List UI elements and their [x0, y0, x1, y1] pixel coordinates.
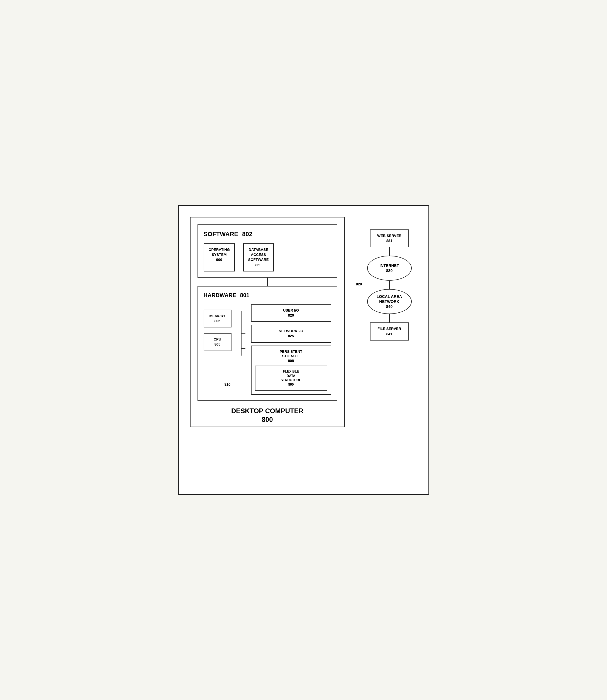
cpu-label: CPU [214, 337, 221, 341]
os-ref: 900 [216, 258, 222, 262]
db-ref: 860 [255, 263, 261, 267]
user-io-label: USER I/O [283, 308, 299, 312]
software-ref: 802 [242, 231, 252, 238]
internet-ref: 880 [386, 268, 393, 273]
hardware-ref: 801 [240, 292, 249, 298]
internet-lan-line [389, 281, 390, 289]
cpu-ref: 805 [214, 342, 221, 346]
software-label: SOFTWARE [204, 231, 238, 238]
persistent-storage-box: PERSISTENTSTORAGE 808 FLEXIBLEDATASTRUCT… [251, 346, 331, 395]
lan-fs-connector [389, 314, 390, 323]
network-io-ref: 825 [288, 334, 294, 338]
file-server-label: FILE SERVER [377, 327, 401, 331]
network-io-label: NETWORK I/O [278, 329, 303, 333]
lan-label: LOCAL AREANETWORK [377, 294, 402, 304]
web-server-box: WEB SERVER 881 [370, 229, 409, 247]
db-label: DATABASEACCESSSOFTWARE [248, 247, 269, 262]
desktop-ref: 800 [261, 416, 273, 423]
persistent-storage-ref: 808 [288, 359, 294, 363]
persistent-storage-title: PERSISTENTSTORAGE 808 [255, 349, 327, 364]
hardware-title: HARDWARE 801 [204, 292, 331, 299]
lan-box: LOCAL AREANETWORK 840 [367, 289, 412, 314]
right-io-section: USER I/O 820 NETWORK I/O 825 PERSISTENTS… [251, 304, 331, 395]
hardware-label: HARDWARE [204, 292, 236, 298]
sw-hw-connector [197, 278, 337, 286]
desktop-label-text: DESKTOP COMPUTER [231, 407, 304, 415]
os-label: OPERATINGSYSTEM [209, 247, 230, 257]
software-title: SOFTWARE 802 [204, 231, 331, 238]
left-section: SOFTWARE 802 OPERATINGSYSTEM 900 DATABAS… [190, 217, 345, 427]
user-io-ref: 820 [288, 313, 294, 318]
bus-svg [237, 310, 246, 357]
label-829: 829 [356, 282, 362, 286]
hardware-inner: MEMORY 806 CPU 805 [204, 304, 331, 395]
bus-connectors [237, 304, 246, 363]
memory-box: MEMORY 806 [204, 310, 231, 327]
database-access-box: DATABASEACCESSSOFTWARE 860 [243, 243, 274, 271]
flexible-data-box: FLEXIBLEDATASTRUCTURE 890 [255, 366, 327, 391]
bus-label-810: 810 [225, 382, 231, 387]
network-io-box: NETWORK I/O 825 [251, 325, 331, 343]
internet-box: INTERNET 880 [367, 256, 412, 281]
right-section: WEB SERVER 881 INTERNET 880 829 LOCAL AR… [361, 217, 417, 341]
flexible-data-ref: 890 [288, 382, 294, 387]
internet-lan-connector: 829 [361, 281, 417, 289]
desktop-computer-label: DESKTOP COMPUTER 800 [197, 407, 337, 424]
memory-ref: 806 [214, 319, 221, 323]
web-server-ref: 881 [386, 239, 393, 243]
lan-ref: 840 [386, 304, 393, 309]
internet-label: INTERNET [380, 263, 399, 268]
cpu-box: CPU 805 [204, 333, 231, 351]
flexible-data-label: FLEXIBLEDATASTRUCTURE [281, 370, 301, 382]
hardware-box: HARDWARE 801 MEMORY 806 CPU 8 [197, 286, 337, 401]
software-inner: OPERATINGSYSTEM 900 DATABASEACCESSSOFTWA… [204, 243, 331, 271]
memory-label: MEMORY [209, 314, 225, 318]
main-diagram: SOFTWARE 802 OPERATINGSYSTEM 900 DATABAS… [178, 205, 429, 495]
operating-system-box: OPERATINGSYSTEM 900 [204, 243, 235, 271]
user-io-box: USER I/O 820 [251, 304, 331, 322]
web-server-label: WEB SERVER [377, 234, 401, 238]
ws-internet-connector [389, 247, 390, 256]
software-box: SOFTWARE 802 OPERATINGSYSTEM 900 DATABAS… [197, 224, 337, 278]
file-server-ref: 841 [386, 332, 393, 336]
desktop-computer-box: SOFTWARE 802 OPERATINGSYSTEM 900 DATABAS… [190, 217, 345, 427]
file-server-box: FILE SERVER 841 [370, 323, 409, 340]
left-components: MEMORY 806 CPU 805 [204, 304, 231, 351]
